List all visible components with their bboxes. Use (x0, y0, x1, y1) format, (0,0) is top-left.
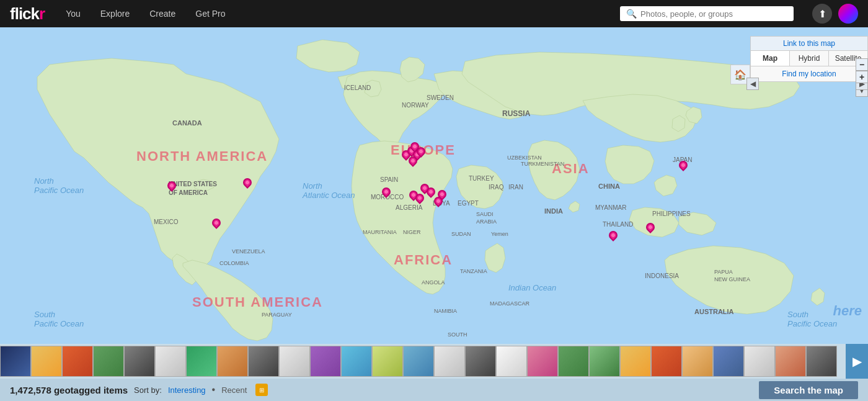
photo-thumb-2[interactable] (31, 346, 62, 377)
zoom-buttons: − + (856, 58, 868, 83)
map-controls-panel: Link to this map Map Hybrid Satellite Fi… (750, 36, 868, 82)
find-location-btn[interactable]: Find my location (751, 66, 867, 81)
photo-thumb-22[interactable] (651, 346, 682, 377)
photo-thumb-6[interactable] (155, 346, 186, 377)
search-bar: 🔍 (620, 6, 794, 21)
logo-r: r (39, 4, 45, 23)
header-icons: ⬆ (812, 4, 858, 24)
photo-thumb-20[interactable] (589, 346, 620, 377)
avatar[interactable] (838, 4, 858, 24)
photo-thumb-5[interactable] (124, 346, 155, 377)
photo-thumb-16[interactable] (465, 346, 496, 377)
sort-separator: • (212, 384, 216, 395)
nav-you[interactable]: You (62, 6, 84, 21)
photo-thumb-1[interactable] (0, 346, 31, 377)
map-type-hybrid[interactable]: Hybrid (790, 51, 829, 66)
nav-get-pro[interactable]: Get Pro (192, 6, 229, 21)
search-map-button[interactable]: Search the map (759, 381, 858, 399)
upload-icon[interactable]: ⬆ (812, 4, 832, 24)
scroll-left-btn[interactable]: ◀ (746, 78, 759, 90)
sort-interesting[interactable]: Interesting (168, 385, 206, 395)
photo-thumb-11[interactable] (310, 346, 341, 377)
photo-thumb-13[interactable] (372, 346, 403, 377)
photo-thumb-8[interactable] (217, 346, 248, 377)
header: flickr You Explore Create Get Pro 🔍 ⬆ (0, 0, 868, 27)
map-container[interactable]: NORTH AMERICA SOUTH AMERICA EUROPE AFRIC… (0, 27, 868, 344)
nav-create[interactable]: Create (146, 6, 179, 21)
photo-thumb-26[interactable] (775, 346, 806, 377)
sort-by-label: Sort by: (134, 385, 162, 395)
logo-flick: flick (10, 4, 39, 23)
rss-icon[interactable]: ⊞ (255, 384, 268, 396)
photo-thumb-18[interactable] (527, 346, 558, 377)
photo-thumb-23[interactable] (682, 346, 713, 377)
photo-thumb-7[interactable] (186, 346, 217, 377)
photo-thumb-15[interactable] (434, 346, 465, 377)
photo-thumb-10[interactable] (279, 346, 310, 377)
bottom-bar: 1,472,578 geotagged items Sort by: Inter… (0, 379, 868, 401)
geo-count: 1,472,578 geotagged items (10, 385, 128, 395)
photo-thumb-3[interactable] (62, 346, 93, 377)
photo-thumb-24[interactable] (713, 346, 744, 377)
photo-thumb-4[interactable] (93, 346, 124, 377)
zoom-minus-btn[interactable]: − (856, 58, 868, 71)
photo-thumb-27[interactable] (806, 346, 837, 377)
logo[interactable]: flickr (10, 4, 45, 24)
search-icon: 🔍 (626, 9, 637, 19)
photo-thumb-12[interactable] (341, 346, 372, 377)
map-type-buttons: Map Hybrid Satellite (751, 51, 867, 66)
map-type-map[interactable]: Map (751, 51, 790, 66)
search-input[interactable] (640, 9, 787, 19)
strip-next-button[interactable]: ▶ (846, 344, 868, 379)
photo-thumb-25[interactable] (744, 346, 775, 377)
photo-thumb-14[interactable] (403, 346, 434, 377)
nav-explore[interactable]: Explore (97, 6, 133, 21)
zoom-plus-btn[interactable]: + (856, 71, 868, 83)
photo-thumb-19[interactable] (558, 346, 589, 377)
photo-thumb-9[interactable] (248, 346, 279, 377)
photo-strip: ▶ (0, 344, 868, 379)
photo-thumb-17[interactable] (496, 346, 527, 377)
link-to-map[interactable]: Link to this map (751, 37, 867, 51)
sort-recent[interactable]: Recent (221, 385, 247, 395)
photo-thumb-21[interactable] (620, 346, 651, 377)
